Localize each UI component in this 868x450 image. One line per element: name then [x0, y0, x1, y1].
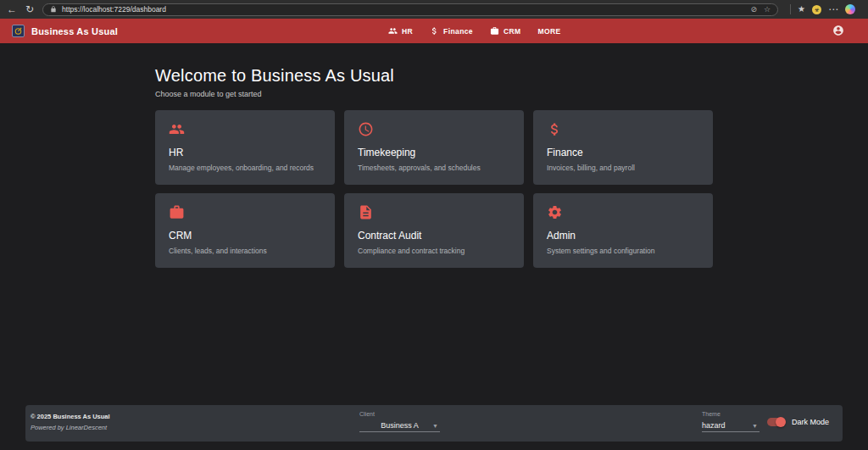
copilot-icon[interactable]: [845, 4, 855, 14]
nav-item-label: CRM: [504, 27, 521, 36]
clock-icon: [358, 121, 510, 137]
account-icon[interactable]: [832, 25, 844, 40]
theme-select-group: Theme hazard ▼: [702, 411, 760, 432]
gear-icon: [547, 204, 699, 220]
module-card-crm[interactable]: CRM Clients, leads, and interactions: [155, 193, 335, 268]
document-icon: [358, 204, 510, 220]
app-navbar: Business As Usual HR Finance CRM MORE: [0, 19, 868, 43]
page-title: Welcome to Business As Usual: [155, 66, 713, 86]
card-title: Admin: [547, 230, 699, 242]
brand[interactable]: Business As Usual: [12, 25, 118, 37]
people-icon: [169, 121, 321, 137]
nav-item-label: Finance: [443, 27, 473, 36]
switch-thumb: [776, 417, 786, 427]
favorite-star-icon[interactable]: ☆: [764, 5, 771, 14]
extension-icon[interactable]: ☣: [812, 5, 821, 14]
theme-select[interactable]: hazard ▼: [702, 419, 760, 432]
card-description: System settings and configuration: [547, 247, 699, 255]
chevron-down-icon: ▼: [752, 423, 758, 429]
module-card-finance[interactable]: Finance Invoices, billing, and payroll: [533, 110, 713, 185]
page-subtitle: Choose a module to get started: [155, 90, 713, 98]
dollar-icon: [547, 121, 699, 137]
module-card-timekeeping[interactable]: Timekeeping Timesheets, approvals, and s…: [344, 110, 524, 185]
card-description: Invoices, billing, and payroll: [547, 164, 699, 172]
card-description: Timesheets, approvals, and schedules: [358, 164, 510, 172]
module-card-hr[interactable]: HR Manage employees, onboarding, and rec…: [155, 110, 335, 185]
url-text: https://localhost:7229/dashboard: [62, 5, 745, 14]
main-content: Welcome to Business As Usual Choose a mo…: [0, 43, 868, 268]
client-select-value: Business A: [381, 421, 419, 430]
nav-item-label: HR: [402, 27, 413, 36]
dollar-icon: [430, 26, 439, 36]
nav-item-crm[interactable]: CRM: [490, 26, 521, 36]
theme-select-value: hazard: [702, 421, 726, 430]
dark-mode-switch[interactable]: [767, 418, 785, 426]
collections-star-icon[interactable]: ★: [798, 5, 805, 14]
dark-mode-label: Dark Mode: [792, 418, 829, 426]
card-title: CRM: [169, 230, 321, 242]
chrome-separator: [790, 4, 791, 14]
card-title: Finance: [547, 147, 699, 158]
module-grid: HR Manage employees, onboarding, and rec…: [155, 110, 713, 268]
copyright-text: © 2025 Business As Usual: [31, 413, 110, 420]
nav-menu: HR Finance CRM MORE: [388, 19, 561, 43]
footer: © 2025 Business As Usual Powered by Line…: [25, 405, 843, 442]
lock-icon: [50, 6, 57, 13]
nav-item-finance[interactable]: Finance: [430, 26, 473, 36]
card-title: Contract Audit: [358, 230, 510, 242]
powered-by-text: Powered by LinearDescent: [31, 424, 110, 431]
chevron-down-icon: ▼: [432, 423, 438, 429]
card-description: Clients, leads, and interactions: [169, 247, 321, 255]
client-select-group: Client Business A ▼: [359, 411, 440, 432]
app-logo-icon: [12, 25, 25, 37]
card-description: Compliance and contract tracking: [358, 247, 510, 255]
reload-icon[interactable]: ↻: [25, 4, 34, 14]
card-title: HR: [169, 147, 321, 158]
theme-select-label: Theme: [702, 411, 760, 417]
tracking-prevention-icon[interactable]: ⊘: [750, 5, 757, 14]
brand-name: Business As Usual: [31, 26, 118, 36]
dark-mode-row: Dark Mode: [767, 418, 829, 426]
card-title: Timekeeping: [358, 147, 510, 158]
more-menu-icon[interactable]: ⋯: [828, 4, 838, 14]
nav-item-hr[interactable]: HR: [388, 26, 413, 36]
client-select[interactable]: Business A ▼: [359, 419, 440, 432]
browser-chrome: ← ↻ https://localhost:7229/dashboard ⊘ ☆…: [0, 0, 868, 19]
address-bar[interactable]: https://localhost:7229/dashboard ⊘ ☆: [42, 3, 778, 16]
back-icon[interactable]: ←: [7, 4, 17, 14]
card-description: Manage employees, onboarding, and record…: [169, 164, 321, 172]
nav-item-label: MORE: [538, 27, 561, 36]
briefcase-icon: [169, 204, 321, 220]
briefcase-icon: [490, 26, 499, 36]
module-card-admin[interactable]: Admin System settings and configuration: [533, 193, 713, 268]
people-icon: [388, 26, 398, 36]
module-card-contract-audit[interactable]: Contract Audit Compliance and contract t…: [344, 193, 524, 268]
nav-item-more[interactable]: MORE: [538, 27, 561, 36]
client-select-label: Client: [359, 411, 440, 417]
